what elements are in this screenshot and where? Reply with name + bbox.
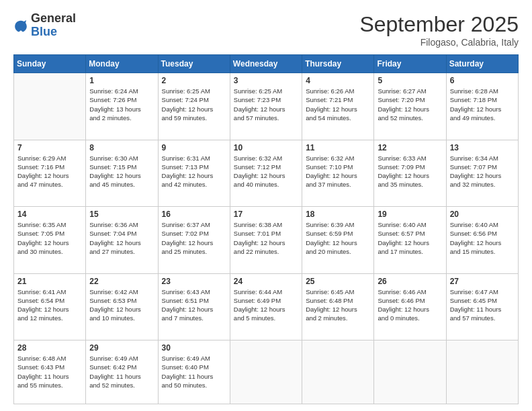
day-number: 3: [234, 76, 298, 85]
logo-blue: Blue: [31, 25, 57, 38]
weekday-header-wednesday: Wednesday: [230, 55, 302, 73]
calendar-cell: [302, 340, 374, 404]
day-info: Sunrise: 6:25 AM Sunset: 7:24 PM Dayligh…: [162, 87, 226, 122]
day-number: 30: [162, 343, 226, 353]
weekday-header-saturday: Saturday: [446, 55, 518, 73]
day-number: 6: [450, 76, 515, 85]
logo-icon: [13, 18, 28, 33]
day-info: Sunrise: 6:49 AM Sunset: 6:40 PM Dayligh…: [162, 354, 226, 390]
day-number: 27: [450, 277, 515, 286]
weekday-header-row: SundayMondayTuesdayWednesdayThursdayFrid…: [14, 55, 519, 73]
day-info: Sunrise: 6:26 AM Sunset: 7:21 PM Dayligh…: [306, 87, 370, 122]
day-number: 29: [89, 343, 154, 353]
weekday-header-sunday: Sunday: [14, 55, 86, 73]
calendar-table: SundayMondayTuesdayWednesdayThursdayFrid…: [13, 54, 519, 404]
calendar-cell: 4Sunrise: 6:26 AM Sunset: 7:21 PM Daylig…: [302, 73, 374, 140]
weekday-header-tuesday: Tuesday: [158, 55, 230, 73]
calendar-cell: 24Sunrise: 6:44 AM Sunset: 6:49 PM Dayli…: [230, 273, 302, 340]
calendar-cell: 27Sunrise: 6:47 AM Sunset: 6:45 PM Dayli…: [446, 273, 518, 340]
day-number: 16: [162, 210, 226, 219]
day-info: Sunrise: 6:30 AM Sunset: 7:15 PM Dayligh…: [89, 154, 154, 189]
calendar-cell: 2Sunrise: 6:25 AM Sunset: 7:24 PM Daylig…: [158, 73, 230, 140]
day-info: Sunrise: 6:42 AM Sunset: 6:53 PM Dayligh…: [89, 287, 154, 323]
calendar-cell: 17Sunrise: 6:38 AM Sunset: 7:01 PM Dayli…: [230, 207, 302, 274]
calendar-cell: [374, 340, 446, 404]
weekday-header-thursday: Thursday: [302, 55, 374, 73]
day-info: Sunrise: 6:24 AM Sunset: 7:26 PM Dayligh…: [89, 87, 154, 122]
day-number: 28: [17, 343, 82, 353]
day-info: Sunrise: 6:27 AM Sunset: 7:20 PM Dayligh…: [378, 87, 442, 122]
day-number: 4: [306, 76, 370, 85]
day-info: Sunrise: 6:25 AM Sunset: 7:23 PM Dayligh…: [234, 87, 298, 122]
calendar-cell: 23Sunrise: 6:43 AM Sunset: 6:51 PM Dayli…: [158, 273, 230, 340]
day-info: Sunrise: 6:32 AM Sunset: 7:12 PM Dayligh…: [234, 154, 298, 189]
calendar-cell: 1Sunrise: 6:24 AM Sunset: 7:26 PM Daylig…: [86, 73, 158, 140]
week-row-5: 28Sunrise: 6:48 AM Sunset: 6:43 PM Dayli…: [14, 340, 519, 404]
month-title: September 2025: [359, 12, 519, 37]
day-info: Sunrise: 6:39 AM Sunset: 6:59 PM Dayligh…: [306, 220, 370, 256]
day-info: Sunrise: 6:46 AM Sunset: 6:46 PM Dayligh…: [378, 287, 442, 323]
day-number: 2: [162, 76, 226, 85]
calendar-cell: 7Sunrise: 6:29 AM Sunset: 7:16 PM Daylig…: [14, 140, 86, 207]
day-number: 1: [89, 76, 154, 85]
day-info: Sunrise: 6:28 AM Sunset: 7:18 PM Dayligh…: [450, 87, 515, 122]
calendar-cell: 30Sunrise: 6:49 AM Sunset: 6:40 PM Dayli…: [158, 340, 230, 404]
week-row-1: 1Sunrise: 6:24 AM Sunset: 7:26 PM Daylig…: [14, 73, 519, 140]
day-number: 23: [162, 277, 226, 286]
day-number: 5: [378, 76, 442, 85]
location: Filogaso, Calabria, Italy: [359, 37, 519, 48]
calendar-cell: 16Sunrise: 6:37 AM Sunset: 7:02 PM Dayli…: [158, 207, 230, 274]
day-number: 9: [162, 143, 226, 152]
week-row-4: 21Sunrise: 6:41 AM Sunset: 6:54 PM Dayli…: [14, 273, 519, 340]
day-info: Sunrise: 6:47 AM Sunset: 6:45 PM Dayligh…: [450, 287, 515, 323]
logo: General Blue: [13, 12, 76, 39]
logo-text: General Blue: [31, 12, 76, 39]
day-info: Sunrise: 6:31 AM Sunset: 7:13 PM Dayligh…: [162, 154, 226, 189]
week-row-2: 7Sunrise: 6:29 AM Sunset: 7:16 PM Daylig…: [14, 140, 519, 207]
title-block: September 2025 Filogaso, Calabria, Italy: [359, 12, 519, 48]
day-number: 24: [234, 277, 298, 286]
calendar-cell: 22Sunrise: 6:42 AM Sunset: 6:53 PM Dayli…: [86, 273, 158, 340]
day-info: Sunrise: 6:41 AM Sunset: 6:54 PM Dayligh…: [17, 287, 82, 323]
calendar-cell: 15Sunrise: 6:36 AM Sunset: 7:04 PM Dayli…: [86, 207, 158, 274]
day-info: Sunrise: 6:43 AM Sunset: 6:51 PM Dayligh…: [162, 287, 226, 323]
calendar-cell: 10Sunrise: 6:32 AM Sunset: 7:12 PM Dayli…: [230, 140, 302, 207]
calendar-cell: 18Sunrise: 6:39 AM Sunset: 6:59 PM Dayli…: [302, 207, 374, 274]
calendar-cell: 9Sunrise: 6:31 AM Sunset: 7:13 PM Daylig…: [158, 140, 230, 207]
day-number: 10: [234, 143, 298, 152]
day-info: Sunrise: 6:40 AM Sunset: 6:56 PM Dayligh…: [450, 220, 515, 256]
day-number: 15: [89, 210, 154, 219]
day-number: 25: [306, 277, 370, 286]
calendar-cell: 14Sunrise: 6:35 AM Sunset: 7:05 PM Dayli…: [14, 207, 86, 274]
calendar-cell: [14, 73, 86, 140]
weekday-header-friday: Friday: [374, 55, 446, 73]
day-info: Sunrise: 6:29 AM Sunset: 7:16 PM Dayligh…: [17, 154, 82, 189]
week-row-3: 14Sunrise: 6:35 AM Sunset: 7:05 PM Dayli…: [14, 207, 519, 274]
header: General Blue September 2025 Filogaso, Ca…: [13, 12, 519, 48]
page: General Blue September 2025 Filogaso, Ca…: [0, 0, 532, 411]
day-number: 11: [306, 143, 370, 152]
day-number: 17: [234, 210, 298, 219]
day-number: 20: [450, 210, 515, 219]
day-number: 13: [450, 143, 515, 152]
calendar-cell: 11Sunrise: 6:32 AM Sunset: 7:10 PM Dayli…: [302, 140, 374, 207]
calendar-cell: 21Sunrise: 6:41 AM Sunset: 6:54 PM Dayli…: [14, 273, 86, 340]
calendar-cell: 28Sunrise: 6:48 AM Sunset: 6:43 PM Dayli…: [14, 340, 86, 404]
day-number: 21: [17, 277, 82, 286]
weekday-header-monday: Monday: [86, 55, 158, 73]
day-number: 12: [378, 143, 442, 152]
calendar-cell: [446, 340, 518, 404]
calendar-cell: 12Sunrise: 6:33 AM Sunset: 7:09 PM Dayli…: [374, 140, 446, 207]
logo-general: General: [31, 11, 76, 25]
calendar-cell: 29Sunrise: 6:49 AM Sunset: 6:42 PM Dayli…: [86, 340, 158, 404]
calendar-cell: 8Sunrise: 6:30 AM Sunset: 7:15 PM Daylig…: [86, 140, 158, 207]
calendar-cell: [230, 340, 302, 404]
day-info: Sunrise: 6:40 AM Sunset: 6:57 PM Dayligh…: [378, 220, 442, 256]
day-info: Sunrise: 6:37 AM Sunset: 7:02 PM Dayligh…: [162, 220, 226, 256]
day-number: 22: [89, 277, 154, 286]
calendar-cell: 6Sunrise: 6:28 AM Sunset: 7:18 PM Daylig…: [446, 73, 518, 140]
day-info: Sunrise: 6:44 AM Sunset: 6:49 PM Dayligh…: [234, 287, 298, 323]
calendar-cell: 19Sunrise: 6:40 AM Sunset: 6:57 PM Dayli…: [374, 207, 446, 274]
day-info: Sunrise: 6:33 AM Sunset: 7:09 PM Dayligh…: [378, 154, 442, 189]
day-number: 8: [89, 143, 154, 152]
